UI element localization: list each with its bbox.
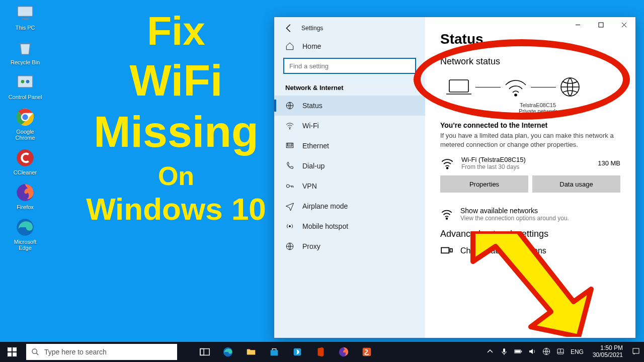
svg-rect-41 [521, 350, 522, 352]
nav-vpn[interactable]: VPN [274, 176, 425, 196]
nav-hotspot[interactable]: Mobile hotspot [274, 216, 425, 236]
search-icon [31, 348, 39, 356]
globe-icon [559, 76, 581, 98]
phone-icon [285, 161, 294, 170]
svg-point-4 [26, 80, 30, 83]
svg-rect-35 [271, 350, 278, 355]
adapter-title: Change adapter options [460, 246, 546, 255]
nav-proxy[interactable]: Proxy [274, 236, 425, 256]
properties-button[interactable]: Properties [440, 175, 528, 193]
svg-rect-32 [200, 349, 209, 355]
tray-touchpad[interactable] [556, 347, 565, 357]
tray-overflow-button[interactable] [486, 347, 494, 357]
page-subheading: Network status [440, 56, 620, 67]
task-view-icon [199, 346, 210, 357]
svg-rect-25 [450, 249, 452, 252]
desktop-icon-control-panel[interactable]: Control Panel [7, 72, 43, 100]
desktop-icon-recycle-bin[interactable]: Recycle Bin [7, 38, 43, 65]
svg-rect-39 [503, 348, 505, 352]
desktop-icons: This PC Recycle Bin Control Panel Google… [7, 3, 43, 258]
firefox-icon [338, 346, 349, 357]
desktop-icon-label: Recycle Bin [11, 59, 40, 65]
explorer-taskbar-button[interactable] [239, 342, 263, 362]
app-icon [292, 346, 303, 357]
folder-icon [246, 346, 257, 357]
avail-sub: View the connection options around you. [460, 215, 569, 222]
svg-rect-19 [449, 80, 468, 92]
avail-title: Show available networks [460, 207, 569, 215]
back-button[interactable] [283, 23, 294, 34]
data-usage-button[interactable]: Data usage [532, 175, 620, 193]
settings-search-input[interactable] [283, 58, 416, 74]
taskbar: Type here to search ENG 1:50 PM 30/05/20… [0, 342, 644, 362]
desktop-icon-firefox[interactable]: Firefox [7, 183, 43, 210]
nav-item-label: Wi-Fi [302, 122, 319, 130]
store-icon [269, 346, 280, 357]
app-taskbar-button-1[interactable] [286, 342, 309, 362]
microphone-icon [500, 347, 508, 355]
nav-item-label: Airplane mode [302, 202, 348, 210]
maximize-button[interactable] [589, 17, 612, 32]
store-taskbar-button[interactable] [263, 342, 286, 362]
connected-body: If you have a limited data plan, you can… [440, 131, 620, 149]
tray-battery[interactable] [514, 347, 522, 357]
office-taskbar-button[interactable] [309, 342, 332, 362]
desktop-icon-label: Microsoft Edge [14, 239, 37, 251]
taskbar-search[interactable]: Type here to search [26, 344, 177, 360]
firefox-taskbar-button[interactable] [332, 342, 355, 362]
tray-network[interactable] [542, 347, 550, 357]
system-tray: ENG 1:50 PM 30/05/2021 [482, 345, 644, 359]
usage-row: Wi-Fi (TelstraE08C15) From the last 30 d… [440, 156, 620, 170]
close-icon [621, 22, 627, 28]
snagit-taskbar-button[interactable] [355, 342, 378, 362]
svg-point-8 [17, 149, 33, 166]
action-center-button[interactable] [632, 347, 640, 357]
nav-status[interactable]: Status [274, 96, 425, 116]
hotspot-icon [285, 222, 294, 231]
svg-rect-1 [22, 18, 28, 20]
svg-rect-2 [18, 76, 33, 87]
svg-point-31 [32, 349, 37, 353]
start-button[interactable] [0, 342, 24, 362]
desktop-icon-label: CCleaner [14, 169, 37, 175]
show-available-networks[interactable]: Show available networks View the connect… [440, 207, 620, 222]
svg-rect-18 [599, 23, 603, 27]
nav-dialup[interactable]: Dial-up [274, 156, 425, 176]
svg-rect-29 [8, 352, 12, 356]
vpn-icon [285, 182, 294, 191]
desktop-icon-label: Google Chrome [15, 129, 35, 141]
minimize-button[interactable] [566, 17, 589, 32]
page-heading: Status [440, 31, 620, 47]
svg-rect-27 [8, 347, 12, 351]
close-button[interactable] [612, 17, 635, 32]
tray-microphone[interactable] [500, 347, 508, 357]
settings-window: Settings Home Network & Internet Status … [274, 17, 636, 338]
svg-rect-0 [18, 7, 33, 17]
nav-wifi[interactable]: Wi-Fi [274, 116, 425, 136]
edge-icon [15, 217, 35, 237]
svg-point-23 [446, 218, 448, 219]
nav-home[interactable]: Home [274, 35, 425, 56]
svg-rect-28 [13, 347, 17, 351]
change-adapter-options[interactable]: Change adapter options [440, 244, 620, 257]
nav-airplane[interactable]: Airplane mode [274, 196, 425, 216]
svg-point-12 [289, 128, 290, 129]
nav-ethernet[interactable]: Ethernet [274, 136, 425, 156]
firefox-icon [15, 183, 35, 203]
pc-icon [15, 3, 35, 23]
desktop-icon-ccleaner[interactable]: CCleaner [7, 148, 43, 175]
desktop-icon-edge[interactable]: Microsoft Edge [7, 217, 43, 251]
tray-date: 30/05/2021 [593, 352, 623, 359]
desktop-icon-this-pc[interactable]: This PC [7, 3, 43, 31]
tray-volume[interactable] [528, 347, 536, 357]
minimize-icon [575, 22, 581, 28]
task-view-button[interactable] [193, 342, 216, 362]
laptop-icon [445, 77, 472, 97]
svg-point-15 [286, 185, 289, 188]
notification-icon [632, 347, 640, 355]
tray-language[interactable]: ENG [571, 348, 584, 355]
desktop-icon-chrome[interactable]: Google Chrome [7, 107, 43, 141]
tray-clock[interactable]: 1:50 PM 30/05/2021 [593, 345, 623, 359]
usage-amount: 130 MB [598, 159, 620, 167]
edge-taskbar-button[interactable] [216, 342, 239, 362]
